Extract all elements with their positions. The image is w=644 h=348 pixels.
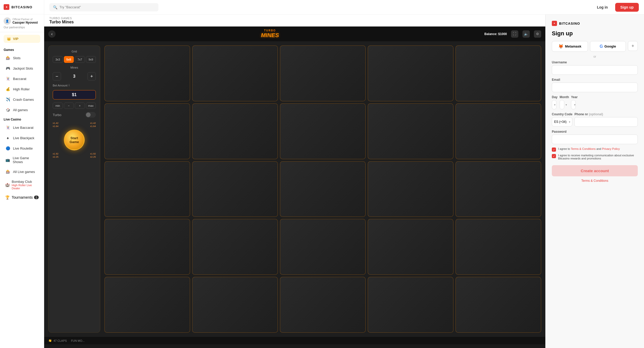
- grid-btn-5x5[interactable]: 5x5: [64, 56, 74, 63]
- day-select-wrapper: [552, 100, 558, 109]
- bet-increase-button[interactable]: +: [75, 103, 85, 109]
- mine-cell-3-3[interactable]: [368, 219, 453, 275]
- username-input[interactable]: [552, 65, 638, 75]
- signup-title: Sign up: [552, 30, 638, 37]
- metamask-button[interactable]: 🦊 Metamask: [552, 41, 588, 52]
- marketing-check-icon: ✓: [553, 155, 555, 158]
- start-area: x1.42 x1.42 x1.64 x1.64 Start Game: [53, 121, 96, 158]
- toggle-knob: [86, 112, 91, 117]
- month-select[interactable]: [560, 100, 564, 109]
- login-button[interactable]: Log in: [593, 3, 612, 11]
- grid-btn-9x9[interactable]: 9x9: [86, 56, 96, 63]
- google-button[interactable]: G Google: [590, 41, 626, 52]
- live-section-label: Live Casino: [0, 115, 44, 122]
- fullscreen-button[interactable]: ⛶: [511, 30, 518, 38]
- sound-button[interactable]: 🔈: [522, 30, 530, 38]
- mine-cell-0-0[interactable]: [104, 45, 190, 101]
- turbo-toggle[interactable]: [85, 112, 96, 118]
- mine-cell-2-3[interactable]: [368, 161, 453, 217]
- settings-button[interactable]: ⚙: [534, 30, 541, 38]
- sidebar-item-live-game-shows[interactable]: 📺 Live Game Shows: [2, 154, 42, 166]
- bet-min-button[interactable]: min: [53, 103, 63, 109]
- mine-cell-4-3[interactable]: [368, 277, 453, 333]
- password-label: Password: [552, 130, 638, 133]
- tournaments-badge: 1: [34, 196, 39, 199]
- search-input[interactable]: [59, 5, 155, 9]
- password-input[interactable]: [552, 135, 638, 144]
- main-game-area: TURBO GAMES Turbo Mines ‹ TURBO MINES Ba…: [44, 15, 545, 348]
- sidebar-item-live-blackjack[interactable]: ♠️ Live Blackjack: [2, 133, 42, 143]
- country-code-select[interactable]: ES (+34): [552, 117, 572, 126]
- game-topbar: ‹ TURBO MINES Balance: $1000 ⛶ 🔈 ⚙: [44, 26, 545, 41]
- mine-cell-0-4[interactable]: [455, 45, 541, 101]
- start-game-button[interactable]: Start Game: [64, 130, 85, 150]
- mines-decrease-button[interactable]: −: [53, 72, 61, 81]
- mines-control: − 3 +: [53, 72, 96, 81]
- tournaments-label: Tournaments: [12, 195, 33, 199]
- username-group: Username: [552, 61, 638, 75]
- signup-button[interactable]: Sign up: [615, 3, 639, 12]
- mine-cell-2-4[interactable]: [455, 161, 541, 217]
- brand-name: BITCASINO: [11, 5, 32, 9]
- sidebar-item-live-roulette[interactable]: 🔵 Live Roulette: [2, 143, 42, 153]
- day-select[interactable]: [552, 100, 556, 109]
- mine-cell-0-2[interactable]: [280, 45, 366, 101]
- mine-cell-1-1[interactable]: [192, 103, 278, 159]
- privacy-link-inline[interactable]: Privacy Policy: [602, 147, 620, 150]
- mine-cell-4-1[interactable]: [192, 277, 278, 333]
- grid-btn-7x7[interactable]: 7x7: [75, 56, 85, 63]
- year-select-wrapper: [571, 100, 578, 109]
- mine-cell-1-4[interactable]: [455, 103, 541, 159]
- mine-cell-3-4[interactable]: [455, 219, 541, 275]
- mine-cell-4-0[interactable]: [104, 277, 190, 333]
- sidebar-item-tournaments[interactable]: 🏆 Tournaments 1: [2, 193, 42, 202]
- mine-cell-1-3[interactable]: [368, 103, 453, 159]
- sidebar-logo[interactable]: ✦ BITCASINO: [0, 0, 44, 14]
- sidebar-item-high-roller[interactable]: 💰 High Roller: [2, 84, 42, 94]
- header: 🔍 Log in Sign up: [44, 0, 644, 15]
- bet-decrease-button[interactable]: −: [64, 103, 74, 109]
- sidebar-item-all-live[interactable]: 🎰 All Live games: [2, 167, 42, 177]
- sidebar-item-bombay[interactable]: 🏰 Bombay Club High Roller Live Dealer: [2, 177, 42, 192]
- terms-link-inline[interactable]: Terms & Conditions: [571, 147, 595, 150]
- mines-increase-button[interactable]: +: [88, 72, 96, 81]
- grid-btn-3x3[interactable]: 3x3: [53, 56, 63, 63]
- marketing-checkbox[interactable]: ✓: [552, 154, 556, 158]
- sidebar-item-crash-games[interactable]: ✈️ Crash Games: [2, 95, 42, 104]
- partner-link[interactable]: Our partnerships: [4, 26, 40, 29]
- year-select[interactable]: [571, 100, 576, 109]
- mine-cell-3-1[interactable]: [192, 219, 278, 275]
- sidebar-item-live-baccarat[interactable]: 🃏 Live Baccarat: [2, 123, 42, 132]
- signup-logo-icon: ✦: [552, 21, 557, 26]
- create-account-button[interactable]: Create account: [552, 165, 638, 176]
- sidebar-item-slots[interactable]: 🎰 Slots: [2, 53, 42, 63]
- mine-cell-2-1[interactable]: [192, 161, 278, 217]
- phone-input[interactable]: [574, 117, 638, 127]
- terms-text: I agree to Terms & Conditions and Privac…: [558, 147, 620, 150]
- mine-cell-3-0[interactable]: [104, 219, 190, 275]
- mine-cell-4-4[interactable]: [455, 277, 541, 333]
- mult-5: x1.92: [53, 152, 58, 155]
- mine-cell-2-2[interactable]: [280, 161, 366, 217]
- email-input[interactable]: [552, 83, 638, 92]
- game-prev-button[interactable]: ‹: [48, 30, 56, 38]
- mine-cell-1-0[interactable]: [104, 103, 190, 159]
- bet-max-button[interactable]: max: [86, 103, 96, 109]
- vip-button[interactable]: 👑 VIP: [4, 35, 40, 43]
- mine-cell-3-2[interactable]: [280, 219, 366, 275]
- mine-cell-0-1[interactable]: [192, 45, 278, 101]
- more-options-button[interactable]: +: [628, 41, 638, 51]
- mine-cell-4-2[interactable]: [280, 277, 366, 333]
- search-box[interactable]: 🔍: [49, 3, 158, 11]
- sidebar-item-jackpot-slots[interactable]: 🎮 Jackpot Slots: [2, 63, 42, 73]
- mine-cell-1-2[interactable]: [280, 103, 366, 159]
- sidebar-item-baccarat[interactable]: 🃏 Baccarat: [2, 74, 42, 84]
- mine-cell-0-3[interactable]: [368, 45, 453, 101]
- mult-1: x1.42: [53, 122, 58, 124]
- live-roulette-label: Live Roulette: [13, 146, 33, 150]
- terms-conditions-link[interactable]: Terms & Conditions: [552, 179, 638, 183]
- mine-cell-2-0[interactable]: [104, 161, 190, 217]
- sidebar-item-all-games[interactable]: 🎲 All games: [2, 105, 42, 115]
- terms-checkbox[interactable]: ✓: [552, 148, 556, 152]
- game-balance: Balance: $1000: [484, 32, 507, 36]
